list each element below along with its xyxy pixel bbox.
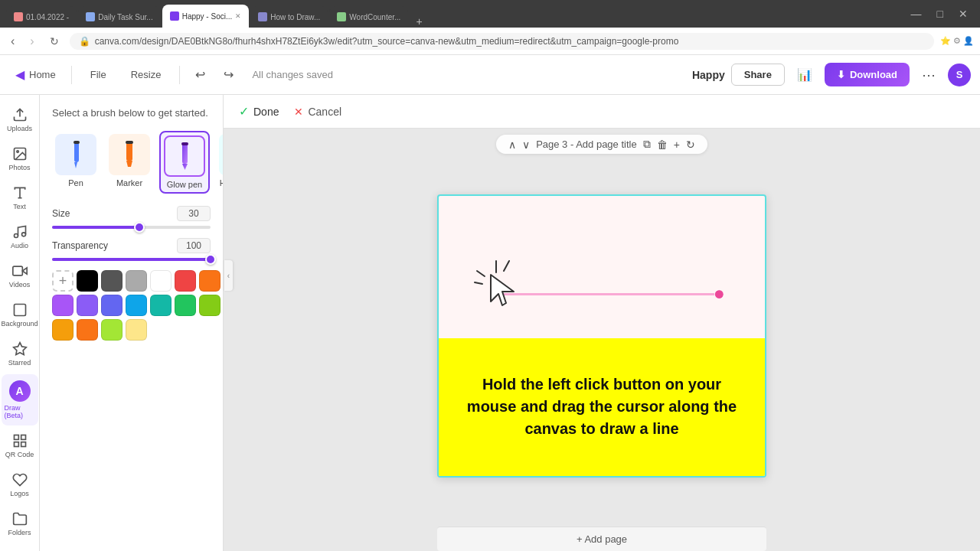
svg-marker-10 — [13, 343, 26, 355]
size-value[interactable]: 30 — [177, 206, 211, 221]
svg-rect-12 — [21, 435, 25, 440]
svg-line-34 — [477, 271, 485, 276]
canva-logo-icon: ◀ — [15, 67, 24, 82]
sidebar-item-background[interactable]: Background — [2, 296, 38, 334]
redo-btn[interactable]: ↪ — [217, 63, 240, 86]
color-light-green[interactable] — [101, 319, 122, 341]
delete-page-btn[interactable]: 🗑 — [657, 139, 668, 151]
avatar: S — [948, 64, 971, 86]
download-btn[interactable]: ⬇ Download — [825, 63, 910, 86]
back-btn[interactable]: ‹ — [6, 33, 19, 50]
color-green[interactable] — [175, 295, 196, 316]
undo-btn[interactable]: ↩ — [189, 63, 211, 86]
svg-marker-22 — [126, 161, 132, 167]
svg-line-35 — [475, 282, 482, 284]
file-btn[interactable]: File — [81, 64, 116, 85]
sidebar-item-text[interactable]: Text — [2, 179, 38, 217]
sidebar-item-folders[interactable]: Folders — [2, 505, 38, 543]
sidebar-item-starred[interactable]: Starred — [2, 335, 38, 373]
color-yellow2[interactable] — [126, 319, 147, 341]
svg-rect-13 — [14, 442, 18, 447]
browser-tab-inactive[interactable]: 01.04.2022 - — [6, 6, 77, 28]
sidebar-item-uploads[interactable]: Uploads — [2, 101, 38, 139]
sidebar-item-audio[interactable]: Audio — [2, 218, 38, 256]
color-palette: + — [52, 270, 211, 341]
color-red[interactable] — [175, 270, 196, 292]
color-purple[interactable] — [52, 295, 74, 316]
color-gray[interactable] — [101, 270, 122, 292]
check-icon: ✓ — [239, 104, 249, 119]
done-btn[interactable]: ✓ Done — [239, 104, 279, 119]
transparency-value[interactable]: 100 — [177, 238, 211, 253]
add-color-btn[interactable]: + — [52, 270, 74, 292]
transparency-label: Transparency — [52, 240, 108, 251]
pen-brush[interactable]: Pen — [52, 131, 100, 194]
more-options-btn[interactable]: ⋯ — [916, 62, 942, 88]
color-cyan[interactable] — [150, 295, 172, 316]
browser-tab-inactive-2[interactable]: Daily Task Sur... — [78, 6, 161, 28]
share-btn[interactable]: Share — [731, 64, 785, 86]
svg-line-33 — [504, 261, 509, 271]
sidebar-item-videos[interactable]: Videos — [2, 257, 38, 295]
browser-tab-inactive-3[interactable]: How to Draw... — [250, 6, 328, 28]
svg-rect-11 — [14, 435, 18, 440]
browser-tab-inactive-4[interactable]: WordCounter... — [329, 6, 408, 28]
page-up-btn[interactable]: ∧ — [508, 139, 516, 151]
animate-btn[interactable]: ↻ — [686, 139, 695, 151]
close-btn[interactable]: ✕ — [952, 6, 974, 21]
user-name: Happy — [692, 69, 725, 81]
svg-rect-26 — [181, 142, 188, 145]
x-icon: ✕ — [294, 106, 303, 118]
instruction-text: Hold the left click button on your mouse… — [456, 373, 747, 440]
highlighter-brush[interactable]: Highlighter — [216, 131, 224, 194]
panel-collapse-btn[interactable]: ‹ — [224, 260, 233, 291]
analytics-btn[interactable]: 📊 — [791, 63, 818, 86]
minimize-btn[interactable]: — — [905, 6, 928, 21]
add-page-btn[interactable]: + Add page — [437, 527, 766, 551]
resize-btn[interactable]: Resize — [122, 64, 171, 85]
color-orange-red[interactable] — [199, 270, 220, 292]
add-page-to-btn[interactable]: + — [674, 139, 680, 151]
home-nav-btn[interactable]: ◀ Home — [9, 64, 62, 85]
svg-point-31 — [714, 289, 724, 298]
page-title[interactable]: Page 3 - Add page title — [536, 139, 637, 150]
marker-brush[interactable]: Marker — [106, 131, 153, 194]
svg-rect-20 — [74, 141, 80, 144]
sidebar-item-draw[interactable]: A Draw (Beta) — [2, 374, 38, 425]
browser-tab-active[interactable]: Happy - Soci... ✕ — [162, 5, 250, 28]
color-white[interactable] — [150, 270, 172, 292]
transparency-slider[interactable] — [52, 258, 211, 261]
sidebar-item-logos[interactable]: Logos — [2, 466, 38, 504]
color-lightgray[interactable] — [126, 270, 147, 292]
color-black[interactable] — [77, 270, 98, 292]
svg-rect-18 — [74, 141, 79, 162]
cancel-btn[interactable]: ✕ Cancel — [294, 106, 341, 118]
yellow-instruction-box: Hold the left click button on your mouse… — [439, 338, 765, 476]
glow-pen-brush[interactable]: Glow pen — [159, 131, 210, 194]
color-orange[interactable] — [77, 319, 98, 341]
sidebar-item-more[interactable]: More — [2, 544, 38, 551]
size-slider[interactable] — [52, 226, 211, 229]
svg-rect-23 — [126, 141, 133, 144]
url-bar[interactable]: canva.com/design/DAE0BtkNG8o/fhurh4shxH7… — [95, 36, 679, 47]
copy-page-btn[interactable]: ⧉ — [643, 138, 651, 151]
color-amber[interactable] — [52, 319, 74, 341]
svg-point-5 — [14, 234, 18, 238]
canvas-page[interactable]: Hold the left click button on your mouse… — [437, 194, 766, 478]
color-teal[interactable] — [126, 295, 147, 316]
sidebar-item-qrcode[interactable]: QR Code — [2, 427, 38, 465]
refresh-btn[interactable]: ↻ — [45, 34, 64, 49]
color-indigo[interactable] — [101, 295, 122, 316]
color-lime[interactable] — [199, 295, 220, 316]
svg-marker-25 — [182, 164, 188, 170]
extensions-area: ⭐ ⚙ 👤 — [940, 36, 974, 46]
lock-icon: 🔒 — [79, 36, 90, 47]
maximize-btn[interactable]: □ — [931, 6, 949, 21]
svg-rect-24 — [182, 142, 188, 164]
sidebar-item-photos[interactable]: Photos — [2, 140, 38, 178]
color-violet[interactable] — [77, 295, 98, 316]
forward-btn[interactable]: › — [25, 33, 38, 50]
divider2 — [179, 66, 180, 84]
page-down-btn[interactable]: ∨ — [522, 139, 530, 151]
new-tab-btn[interactable]: + — [410, 15, 428, 28]
